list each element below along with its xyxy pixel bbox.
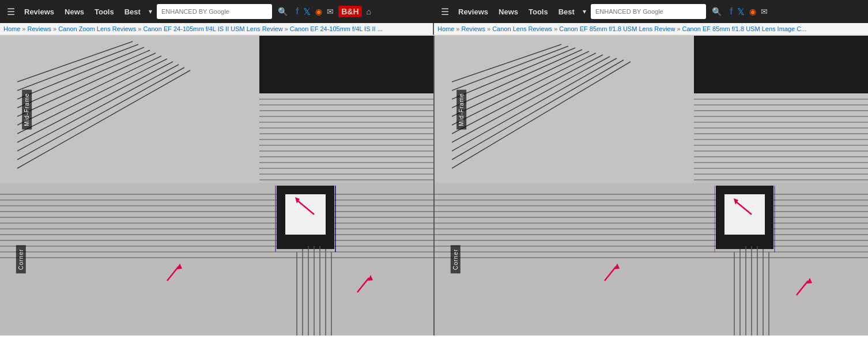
facebook-icon-right[interactable]: f <box>730 6 733 17</box>
mid-frame-label-left: Mid-Frame <box>22 89 32 129</box>
corner-left: Corner <box>0 183 433 336</box>
breadcrumb-sep-4-right: » <box>677 25 680 32</box>
breadcrumb-left: Home » Reviews » Canon Zoom Lens Reviews… <box>0 23 434 35</box>
svg-rect-100 <box>724 194 765 235</box>
search-icon-left[interactable]: 🔍 <box>274 7 291 16</box>
nav-bar-left: ☰ Reviews News Tools Best ▾ 🔍 f 𝕏 ◉ ✉ B&… <box>0 0 434 23</box>
breadcrumb-current-right[interactable]: Canon EF 85mm f/1.8 USM Lens Image C... <box>682 25 807 32</box>
breadcrumb-canon-lens-right[interactable]: Canon Lens Reviews <box>492 25 552 32</box>
mid-frame-left: Mid-Frame <box>0 36 433 183</box>
search-input-right[interactable] <box>595 8 688 15</box>
nav-tools-right[interactable]: Tools <box>524 4 553 20</box>
email-icon-left[interactable]: ✉ <box>327 7 334 16</box>
nav-reviews-right[interactable]: Reviews <box>454 4 493 20</box>
search-box-left <box>157 4 272 19</box>
email-icon-right[interactable]: ✉ <box>761 7 768 16</box>
breadcrumb-canon-zoom-left[interactable]: Canon Zoom Lens Reviews <box>58 25 136 32</box>
breadcrumb-reviews-right[interactable]: Reviews <box>461 25 485 32</box>
nav-tools-left[interactable]: Tools <box>90 4 119 20</box>
breadcrumb-lens-review-left[interactable]: Canon EF 24-105mm f/4L IS II USM Lens Re… <box>143 25 282 32</box>
breadcrumb-home-left[interactable]: Home <box>3 25 20 32</box>
corner-right: Corner <box>435 183 868 336</box>
mid-frame-label-right: Mid-Frame <box>456 89 466 129</box>
nav-dropdown-right[interactable]: ▾ <box>580 7 588 16</box>
nav-bar-right: ☰ Reviews News Tools Best ▾ 🔍 f 𝕏 ◉ ✉ <box>434 0 868 23</box>
breadcrumb-sep-4-left: » <box>285 25 288 32</box>
breadcrumb-sep-1-left: » <box>22 25 25 32</box>
nav-best-left[interactable]: Best <box>120 4 145 20</box>
breadcrumb-reviews-left[interactable]: Reviews <box>27 25 51 32</box>
corner-label-left: Corner <box>16 245 26 273</box>
breadcrumb-home-right[interactable]: Home <box>437 25 454 32</box>
breadcrumb-sep-3-left: » <box>138 25 141 32</box>
panel-right: Mid-Frame <box>435 36 868 336</box>
mid-frame-right: Mid-Frame <box>435 36 868 183</box>
hamburger-icon-right[interactable]: ☰ <box>439 6 451 17</box>
corner-chart-right <box>435 183 868 336</box>
breadcrumb-right: Home » Reviews » Canon Lens Reviews » Ca… <box>434 23 868 35</box>
search-input-left[interactable] <box>161 8 254 15</box>
nav-news-right[interactable]: News <box>494 4 523 20</box>
hamburger-icon[interactable]: ☰ <box>5 6 17 17</box>
search-icon-right[interactable]: 🔍 <box>708 7 725 16</box>
breadcrumb-current-left[interactable]: Canon EF 24-105mm f/4L IS II ... <box>290 25 383 32</box>
facebook-icon-left[interactable]: f <box>296 6 299 17</box>
rss-icon-right[interactable]: ◉ <box>749 7 756 16</box>
twitter-icon-left[interactable]: 𝕏 <box>303 6 311 17</box>
svg-rect-59 <box>694 36 868 93</box>
mid-frame-chart-left <box>0 36 433 183</box>
nav-menu-left: Reviews News Tools Best ▾ <box>20 4 154 20</box>
corner-label-right: Corner <box>451 245 461 273</box>
breadcrumb-lens-review-right[interactable]: Canon EF 85mm f/1.8 USM Lens Review <box>559 25 675 32</box>
search-box-right <box>591 4 706 19</box>
rss-icon-left[interactable]: ◉ <box>315 7 322 16</box>
breadcrumb-sep-2-left: » <box>53 25 56 32</box>
nav-reviews-left[interactable]: Reviews <box>20 4 59 20</box>
twitter-icon-right[interactable]: 𝕏 <box>737 6 745 17</box>
main-content: Mid-Frame <box>0 36 868 336</box>
svg-rect-42 <box>285 194 326 235</box>
svg-rect-1 <box>259 36 433 93</box>
mid-frame-chart-right <box>435 36 868 183</box>
nav-dropdown-left[interactable]: ▾ <box>146 7 154 16</box>
nav-social-right: f 𝕏 ◉ ✉ <box>730 6 768 17</box>
bh-badge-left[interactable]: B&H <box>338 6 361 17</box>
corner-chart-left <box>0 183 433 336</box>
nav-social-left: f 𝕏 ◉ ✉ B&H ⌂ <box>296 6 371 17</box>
nav-news-left[interactable]: News <box>60 4 89 20</box>
nav-menu-right: Reviews News Tools Best ▾ <box>454 4 588 20</box>
nav-best-right[interactable]: Best <box>554 4 579 20</box>
home-icon-left[interactable]: ⌂ <box>367 7 371 16</box>
breadcrumb-sep-3-right: » <box>554 25 557 32</box>
breadcrumb-sep-2-right: » <box>487 25 490 32</box>
panel-left: Mid-Frame <box>0 36 435 336</box>
breadcrumb-sep-1-right: » <box>456 25 459 32</box>
